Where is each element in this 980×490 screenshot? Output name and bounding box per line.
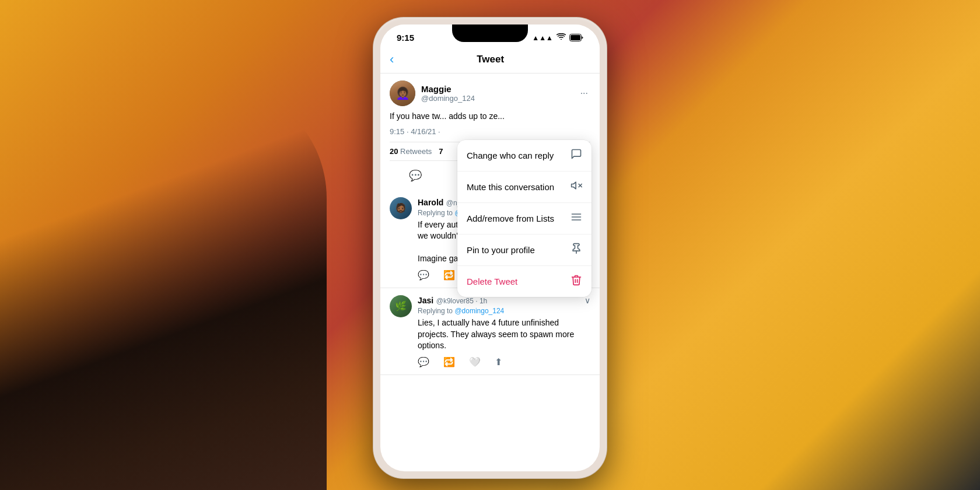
menu-item-mute[interactable]: Mute this conversation [457, 172, 592, 203]
menu-item-change-reply[interactable]: Change who can reply [457, 140, 592, 172]
delete-icon [570, 274, 582, 289]
menu-item-pin[interactable]: Pin to your profile [457, 235, 592, 266]
delete-label: Delete Tweet [467, 276, 517, 286]
menu-item-lists[interactable]: Add/remove from Lists [457, 203, 592, 235]
lists-icon [570, 211, 582, 226]
phone-screen: 9:15 ▲▲▲ [380, 24, 600, 471]
pin-label: Pin to your profile [467, 245, 535, 255]
phone-wrapper: 9:15 ▲▲▲ [373, 18, 607, 478]
context-menu: Change who can reply Mute this conversat… [457, 140, 592, 297]
pin-icon [570, 243, 582, 257]
mute-label: Mute this conversation [467, 182, 554, 192]
svg-marker-2 [572, 182, 576, 189]
menu-item-delete[interactable]: Delete Tweet [457, 266, 592, 297]
reply-settings-icon [570, 148, 582, 163]
mute-icon [570, 180, 582, 194]
lists-label: Add/remove from Lists [467, 214, 554, 223]
hand-overlay [0, 82, 327, 490]
change-reply-label: Change who can reply [467, 150, 554, 160]
phone-case: 9:15 ▲▲▲ [373, 18, 607, 478]
